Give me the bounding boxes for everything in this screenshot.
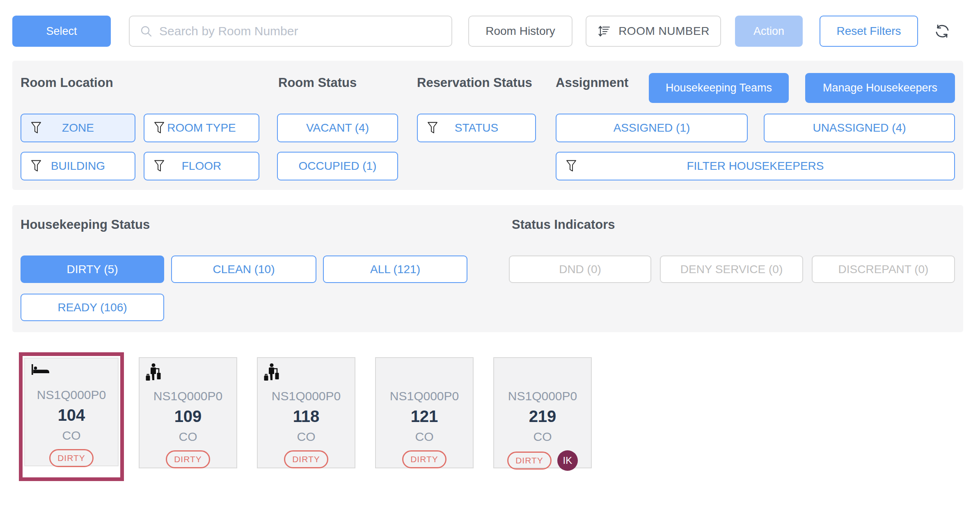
- zone-filter-button[interactable]: ZONE: [21, 114, 135, 142]
- room-number: 104: [25, 406, 118, 424]
- room-code: NS1Q000P0: [494, 389, 591, 403]
- all-filter-button[interactable]: ALL (121): [323, 256, 467, 283]
- room-status-title: Room Status: [278, 75, 357, 90]
- discrepant-filter-button[interactable]: DISCREPANT (0): [812, 256, 955, 283]
- status-indicators-title: Status Indicators: [512, 217, 615, 232]
- dirty-badge: DIRTY: [284, 450, 328, 468]
- assigned-filter-button[interactable]: ASSIGNED (1): [556, 114, 748, 142]
- clean-filter-button[interactable]: CLEAN (10): [171, 256, 316, 283]
- reservation-status-label: CO: [494, 430, 591, 444]
- housekeeping-teams-button[interactable]: Housekeeping Teams: [649, 73, 789, 103]
- assignment-title: Assignment: [556, 75, 628, 90]
- occupied-filter-button[interactable]: OCCUPIED (1): [277, 152, 398, 180]
- floor-filter-button[interactable]: FLOOR: [144, 152, 259, 180]
- reservation-status-label: CO: [140, 430, 236, 444]
- room-location-title: Room Location: [21, 75, 113, 90]
- reservation-status-label: CO: [376, 430, 473, 444]
- dirty-badge: DIRTY: [166, 450, 210, 468]
- building-filter-button[interactable]: BUILDING: [21, 152, 135, 180]
- funnel-icon: [30, 121, 42, 135]
- vacant-filter-label: VACANT (4): [278, 121, 397, 135]
- room-card[interactable]: NS1Q000P0 118 CO DIRTY: [257, 357, 355, 468]
- sort-label: ROOM NUMBER: [618, 25, 710, 38]
- room-number: 219: [494, 407, 591, 426]
- room-card[interactable]: NS1Q000P0 121 CO DIRTY: [375, 357, 474, 468]
- unassigned-filter-button[interactable]: UNASSIGNED (4): [764, 114, 955, 142]
- reservation-status-title: Reservation Status: [417, 75, 532, 90]
- room-card-selected[interactable]: NS1Q000P0 104 CO DIRTY: [19, 352, 124, 481]
- dirty-filter-button[interactable]: DIRTY (5): [21, 256, 164, 283]
- select-button[interactable]: Select: [12, 16, 111, 47]
- guest-departing-icon: [145, 363, 161, 383]
- housekeeping-status-panel: Housekeeping Status Status Indicators DI…: [12, 205, 963, 332]
- room-code: NS1Q000P0: [25, 388, 118, 402]
- funnel-icon: [153, 121, 165, 135]
- funnel-icon: [566, 160, 577, 173]
- housekeeping-dashboard: Select Room History ROOM NUMBER Action R…: [0, 0, 980, 511]
- ready-filter-button[interactable]: READY (106): [21, 294, 164, 321]
- dirty-badge: DIRTY: [402, 450, 446, 468]
- room-number: 121: [376, 407, 473, 426]
- room-history-button[interactable]: Room History: [468, 16, 572, 47]
- assigned-filter-label: ASSIGNED (1): [556, 121, 747, 135]
- room-code: NS1Q000P0: [140, 389, 236, 403]
- room-card[interactable]: NS1Q000P0 219 CO DIRTY IK: [493, 357, 592, 468]
- manage-housekeepers-button[interactable]: Manage Housekeepers: [805, 73, 955, 103]
- refresh-button[interactable]: [932, 21, 952, 41]
- dnd-filter-button[interactable]: DND (0): [509, 256, 651, 283]
- guest-departing-icon: [263, 363, 279, 383]
- deny-service-filter-button[interactable]: DENY SERVICE (0): [660, 256, 803, 283]
- action-button[interactable]: Action: [735, 16, 803, 47]
- sort-button[interactable]: ROOM NUMBER: [586, 16, 721, 47]
- reservation-status-label: CO: [258, 430, 355, 444]
- reset-filters-button[interactable]: Reset Filters: [820, 16, 918, 47]
- funnel-icon: [427, 121, 438, 135]
- funnel-icon: [153, 160, 165, 173]
- vacant-filter-button[interactable]: VACANT (4): [277, 114, 398, 142]
- dirty-badge: DIRTY: [49, 449, 94, 467]
- room-card[interactable]: NS1Q000P0 104 CO DIRTY: [24, 358, 119, 466]
- status-filter-button[interactable]: STATUS: [417, 114, 536, 142]
- sort-amount-icon: [597, 24, 611, 38]
- reservation-status-label: CO: [25, 429, 118, 443]
- search-icon: [140, 25, 153, 38]
- room-type-filter-button[interactable]: ROOM TYPE: [144, 114, 259, 142]
- unassigned-filter-label: UNASSIGNED (4): [765, 121, 954, 135]
- filter-housekeepers-button[interactable]: FILTER HOUSEKEEPERS: [556, 152, 955, 180]
- dirty-badge: DIRTY: [507, 452, 552, 470]
- search-box: [129, 16, 452, 47]
- filter-panel: Room Location Room Status Reservation St…: [12, 61, 963, 190]
- housekeeper-badge: IK: [557, 450, 578, 471]
- room-number: 109: [140, 407, 236, 426]
- room-code: NS1Q000P0: [376, 389, 473, 403]
- occupied-filter-label: OCCUPIED (1): [278, 160, 397, 173]
- filter-housekeepers-label: FILTER HOUSEKEEPERS: [556, 160, 954, 173]
- room-number: 118: [258, 407, 355, 426]
- housekeeping-status-title: Housekeeping Status: [21, 217, 150, 232]
- refresh-icon: [932, 21, 952, 41]
- search-input[interactable]: [159, 16, 451, 46]
- funnel-icon: [30, 160, 42, 173]
- bed-icon: [31, 363, 50, 377]
- room-card[interactable]: NS1Q000P0 109 CO DIRTY: [139, 357, 237, 468]
- room-code: NS1Q000P0: [258, 389, 355, 403]
